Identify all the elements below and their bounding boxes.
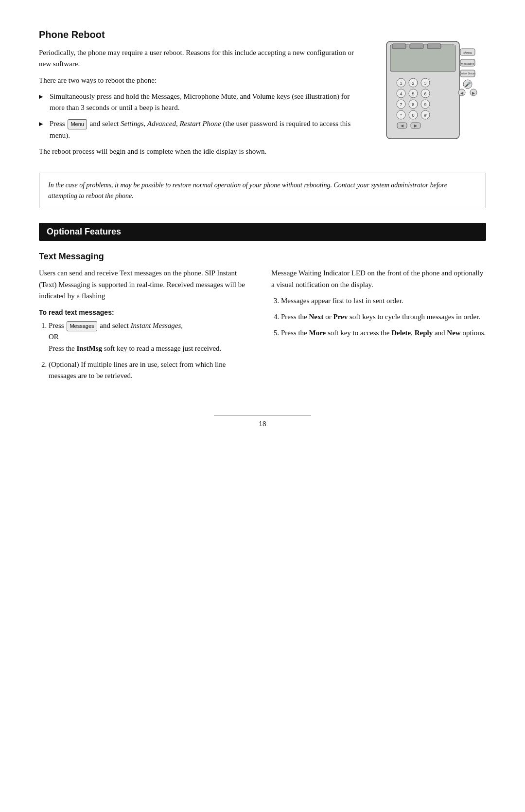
tm-col1-para: Users can send and receive Text messages… xyxy=(39,268,254,302)
svg-text:▶: ▶ xyxy=(472,91,475,95)
phone-reboot-left: Phone Reboot Periodically, the phone may… xyxy=(39,29,365,162)
svg-text:4: 4 xyxy=(400,91,402,96)
instmsg-bold: InstMsg xyxy=(77,344,103,352)
svg-text:7: 7 xyxy=(400,102,402,107)
svg-text:6: 6 xyxy=(424,91,426,96)
page-footer: 18 xyxy=(214,415,311,428)
page-content: Phone Reboot Periodically, the phone may… xyxy=(39,29,486,428)
new-bold: New xyxy=(447,329,460,337)
phone-reboot-para3: The reboot process will begin and is com… xyxy=(39,146,365,157)
step-3: Messages appear first to last in sent or… xyxy=(281,295,486,307)
phone-reboot-bullets: Simultaneously press and hold the Messag… xyxy=(39,91,365,141)
optional-banner-text: Optional Features xyxy=(47,227,121,236)
svg-text:9: 9 xyxy=(424,102,426,107)
svg-text:8: 8 xyxy=(412,102,414,107)
svg-text:0: 0 xyxy=(412,113,414,118)
text-messaging-columns: Users can send and receive Text messages… xyxy=(39,268,486,386)
bullet-1: Simultaneously press and hold the Messag… xyxy=(39,91,365,114)
text-messaging-right: Message Waiting Indicator LED on the fro… xyxy=(271,268,486,386)
svg-text:3: 3 xyxy=(424,81,426,86)
svg-rect-4 xyxy=(427,44,441,49)
bullet2-prefix: Press xyxy=(50,120,67,127)
reply-bold: Reply xyxy=(415,329,433,337)
svg-rect-3 xyxy=(410,44,423,49)
svg-text:Messages: Messages xyxy=(461,62,474,65)
text-steps-left: Press Messages and select Instant Messag… xyxy=(39,320,254,381)
text-messaging-left: Users can send and receive Text messages… xyxy=(39,268,254,386)
svg-text:#: # xyxy=(424,113,426,118)
bullet-2: Press Menu and select Settings, Advanced… xyxy=(39,118,365,141)
next-bold: Next xyxy=(309,313,324,321)
read-text-label: To read text messages: xyxy=(39,308,254,316)
step-5: Press the More soft key to access the De… xyxy=(281,327,486,339)
phone-diagram-svg: Menu Messages Do Not Disturb 🎤 ◀ ▶ xyxy=(382,34,484,146)
phone-reboot-para1: Periodically, the phone may require a us… xyxy=(39,47,365,70)
italic-note-box: In the case of problems, it may be possi… xyxy=(39,173,486,208)
messages-key: Messages xyxy=(67,321,97,331)
svg-text:2: 2 xyxy=(412,81,414,86)
svg-text:◀: ◀ xyxy=(460,91,464,95)
italic-note-text: In the case of problems, it may be possi… xyxy=(48,181,447,199)
svg-text:5: 5 xyxy=(412,91,414,96)
svg-text:1: 1 xyxy=(400,81,402,86)
svg-text:Menu: Menu xyxy=(463,51,472,54)
tm-col2-para: Message Waiting Indicator LED on the fro… xyxy=(271,268,486,290)
step-4: Press the Next or Prev soft keys to cycl… xyxy=(281,311,486,323)
text-steps-right: Messages appear first to last in sent or… xyxy=(271,295,486,339)
text-messaging-section: Text Messaging Users can send and receiv… xyxy=(39,252,486,386)
page-number: 18 xyxy=(259,420,266,428)
svg-rect-2 xyxy=(392,44,406,49)
svg-text:◀: ◀ xyxy=(401,124,404,128)
bullet2-italic: Settings, Advanced, Restart Phone xyxy=(121,120,221,127)
svg-text:*: * xyxy=(400,113,402,118)
delete-bold: Delete xyxy=(391,329,411,337)
step-1: Press Messages and select Instant Messag… xyxy=(49,320,254,354)
step-2: (Optional) If multiple lines are in use,… xyxy=(49,359,254,382)
svg-text:🎤: 🎤 xyxy=(465,81,471,88)
text-messaging-title: Text Messaging xyxy=(39,252,486,262)
more-bold: More xyxy=(309,329,326,337)
phone-reboot-section: Phone Reboot Periodically, the phone may… xyxy=(39,29,486,208)
optional-features-banner: Optional Features xyxy=(39,223,486,241)
prev-bold: Prev xyxy=(333,313,348,321)
svg-text:▶: ▶ xyxy=(414,124,418,128)
phone-reboot-para2: There are two ways to reboot the phone: xyxy=(39,75,365,86)
phone-illustration: Menu Messages Do Not Disturb 🎤 ◀ ▶ xyxy=(379,29,486,146)
svg-text:Do Not Disturb: Do Not Disturb xyxy=(460,72,476,75)
phone-reboot-title: Phone Reboot xyxy=(39,29,365,40)
menu-key: Menu xyxy=(68,119,87,129)
